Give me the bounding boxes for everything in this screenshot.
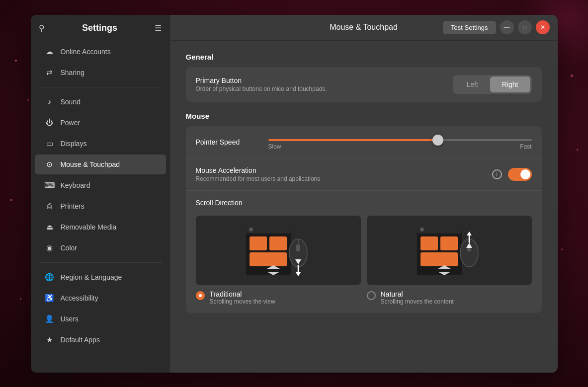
printer-icon: ⎙ [45, 201, 55, 211]
pointer-speed-row: Pointer Speed Slow Fast [186, 126, 542, 158]
toggle-thumb [520, 169, 530, 179]
svg-rect-17 [420, 236, 438, 250]
maximize-button[interactable]: □ [518, 20, 532, 34]
natural-scroll-sub: Scrolling moves the content [381, 298, 454, 305]
sidebar-item-label: Sharing [61, 69, 84, 77]
natural-scroll-svg [410, 221, 489, 280]
search-icon[interactable]: ⚲ [39, 23, 45, 33]
settings-window: ⚲ Settings ☰ ☁ Online Accounts ⇄ Sharing… [31, 15, 558, 373]
sidebar-item-sharing[interactable]: ⇄ Sharing [35, 63, 166, 82]
mouse-acceleration-description: Recommended for most users and applicati… [196, 175, 492, 182]
sidebar-divider-2 [39, 262, 162, 263]
right-button[interactable]: Right [490, 77, 530, 92]
svg-rect-19 [420, 252, 458, 266]
primary-button-row: Primary Button Order of physical buttons… [186, 67, 542, 102]
sidebar-item-label: Removable Media [61, 223, 117, 231]
accessibility-icon: ♿ [45, 293, 55, 303]
sidebar-item-accessibility[interactable]: ♿ Accessibility [35, 288, 166, 308]
toggle-track [508, 168, 532, 181]
mouse-acceleration-row: Mouse Acceleration Recommended for most … [186, 158, 542, 191]
general-section-title: General [186, 53, 542, 61]
natural-scroll-label-row: Natural Scrolling moves the content [367, 290, 532, 305]
content-area: General Primary Button Order of physical… [170, 41, 558, 373]
primary-button-toggle: Left Right [453, 75, 531, 94]
slow-label: Slow [268, 143, 281, 150]
sidebar-item-label: Power [61, 119, 81, 127]
sidebar-item-label: Printers [61, 202, 84, 210]
mouse-section-title: Mouse [186, 112, 542, 120]
sidebar-item-online-accounts[interactable]: ☁ Online Accounts [35, 42, 166, 62]
info-icon[interactable]: i [492, 169, 502, 179]
sidebar-item-removable-media[interactable]: ⏏ Removable Media [35, 217, 166, 237]
sidebar-item-printers[interactable]: ⎙ Printers [35, 196, 166, 216]
sidebar-item-color[interactable]: ◉ Color [35, 238, 166, 258]
svg-marker-13 [296, 272, 301, 276]
sidebar-item-power[interactable]: ⏻ Power [35, 113, 166, 133]
sidebar-item-region-language[interactable]: 🌐 Region & Language [35, 267, 166, 287]
sidebar-title: Settings [82, 23, 117, 33]
menu-icon[interactable]: ☰ [155, 23, 162, 33]
natural-scroll-image [367, 216, 532, 285]
scroll-direction-title: Scroll Direction [196, 199, 532, 207]
share-icon: ⇄ [45, 68, 55, 77]
natural-scroll-option[interactable]: Natural Scrolling moves the content [367, 216, 532, 305]
sidebar-item-users[interactable]: 👤 Users [35, 309, 166, 329]
mouse-icon: ⊙ [45, 159, 55, 169]
svg-rect-5 [250, 252, 287, 266]
test-settings-button[interactable]: Test Settings [443, 21, 496, 34]
sidebar: ⚲ Settings ☰ ☁ Online Accounts ⇄ Sharing… [31, 15, 170, 373]
natural-scroll-title: Natural [381, 290, 454, 298]
sidebar-item-sound[interactable]: ♪ Sound [35, 92, 166, 112]
primary-button-title: Primary Button [196, 77, 453, 84]
sidebar-header: ⚲ Settings ☰ [31, 23, 170, 41]
cloud-icon: ☁ [45, 47, 55, 57]
close-button[interactable]: ✕ [536, 20, 550, 34]
sidebar-item-mouse-touchpad[interactable]: ⊙ Mouse & Touchpad [35, 155, 166, 174]
pointer-speed-title: Pointer Speed [196, 138, 240, 146]
mouse-acceleration-label: Mouse Acceleration Recommended for most … [196, 166, 492, 182]
fast-label: Fast [520, 143, 531, 150]
titlebar: Mouse & Touchpad Test Settings — □ ✕ [170, 15, 558, 41]
minimize-button[interactable]: — [500, 20, 514, 34]
traditional-scroll-image [196, 216, 361, 285]
users-icon: 👤 [45, 314, 55, 324]
traditional-scroll-label-row: Traditional Scrolling moves the view [196, 290, 361, 305]
region-icon: 🌐 [45, 272, 55, 282]
sidebar-item-keyboard[interactable]: ⌨ Keyboard [35, 175, 166, 195]
window-title: Mouse & Touchpad [330, 23, 398, 32]
sidebar-item-label: Displays [61, 140, 87, 148]
svg-rect-4 [269, 236, 287, 250]
sidebar-item-label: Keyboard [61, 181, 90, 189]
sound-icon: ♪ [45, 97, 55, 107]
pointer-speed-slider[interactable] [268, 139, 532, 141]
sidebar-item-default-apps[interactable]: ★ Default Apps [35, 330, 166, 350]
color-icon: ◉ [45, 243, 55, 253]
removable-media-icon: ⏏ [45, 222, 55, 232]
pointer-speed-slider-container: Slow Fast [268, 134, 532, 150]
mouse-acceleration-toggle[interactable] [508, 168, 532, 181]
traditional-scroll-sub: Scrolling moves the view [210, 298, 275, 305]
traditional-scroll-option[interactable]: Traditional Scrolling moves the view [196, 216, 361, 305]
sidebar-item-displays[interactable]: ▭ Displays [35, 134, 166, 154]
scroll-direction-header: Scroll Direction [186, 191, 542, 207]
sidebar-item-label: Sound [61, 98, 81, 106]
sidebar-divider [39, 87, 162, 87]
mouse-card: Pointer Speed Slow Fast Mouse Accelerati… [186, 126, 542, 313]
sidebar-item-label: Mouse & Touchpad [61, 160, 120, 168]
left-button[interactable]: Left [454, 77, 490, 92]
display-icon: ▭ [45, 139, 55, 149]
sidebar-item-label: Users [61, 315, 79, 323]
primary-button-label: Primary Button Order of physical buttons… [196, 77, 453, 92]
traditional-scroll-title: Traditional [210, 290, 275, 298]
natural-radio[interactable] [367, 291, 376, 300]
traditional-radio[interactable] [196, 291, 205, 300]
traditional-scroll-text: Traditional Scrolling moves the view [210, 290, 275, 305]
svg-rect-3 [250, 236, 267, 250]
sidebar-item-label: Accessibility [61, 294, 98, 302]
mouse-acceleration-title: Mouse Acceleration [196, 166, 492, 174]
svg-marker-27 [467, 232, 472, 235]
default-apps-icon: ★ [45, 335, 55, 345]
primary-button-card: Primary Button Order of physical buttons… [186, 67, 542, 102]
sidebar-item-label: Online Accounts [61, 48, 111, 56]
natural-scroll-text: Natural Scrolling moves the content [381, 290, 454, 305]
